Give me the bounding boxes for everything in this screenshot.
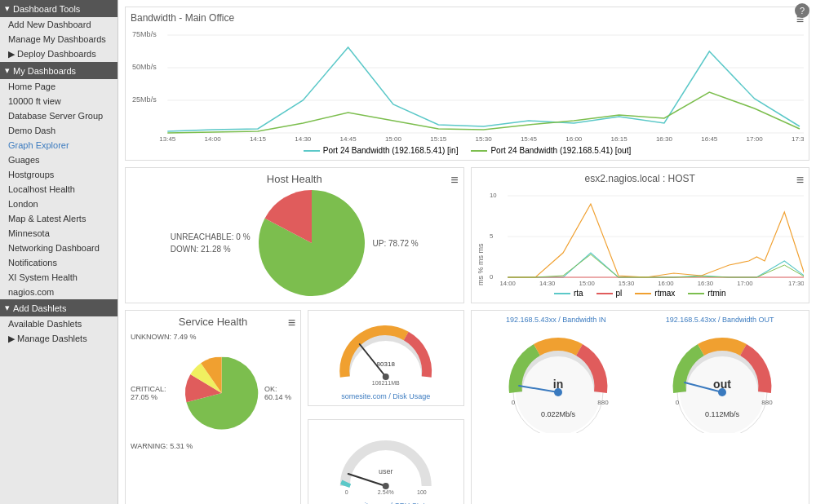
sidebar-item-home-page[interactable]: Home Page: [0, 79, 118, 94]
sidebar-item-10000-ft-view[interactable]: 10000 ft view: [0, 94, 118, 108]
host-health-pie: [259, 190, 365, 296]
sidebar-add-dashlets-header[interactable]: ▾ Add Dashlets: [0, 299, 118, 316]
bottom-row: Service Health ≡ UNKNOWN: 7.49 % CRITICA…: [125, 310, 809, 504]
unreachable-label: UNREACHABLE: 0 %: [171, 232, 251, 241]
svg-text:16:30: 16:30: [697, 280, 713, 285]
svg-text:16:30: 16:30: [656, 135, 673, 141]
svg-text:user: user: [379, 467, 393, 475]
service-pie-row: CRITICAL: 27.05 % OK: 60.14 %: [131, 344, 295, 442]
cpu-gauge-panel: user 0 100 2.54% somesite.com / CPU Stat…: [308, 419, 463, 504]
svg-text:14:15: 14:15: [250, 135, 267, 141]
svg-text:15:00: 15:00: [385, 135, 402, 141]
svg-point-41: [383, 483, 389, 489]
svg-text:14:30: 14:30: [539, 280, 555, 285]
svg-text:13:45: 13:45: [159, 135, 176, 141]
esx-legend: rta pl rtmax rtmin: [477, 289, 805, 298]
svg-text:16:00: 16:00: [565, 135, 583, 141]
host-health-menu[interactable]: ≡: [450, 173, 458, 188]
svg-text:17:00: 17:00: [747, 135, 764, 141]
svg-text:15:15: 15:15: [430, 135, 447, 141]
legend-out-line: [471, 150, 487, 152]
unknown-label: UNKNOWN: 7.49 %: [131, 333, 197, 341]
svg-text:14:00: 14:00: [205, 135, 222, 141]
sidebar-item-networking-dashboard[interactable]: Networking Dashboard: [0, 241, 118, 255]
esx-chart-wrapper: ms % ms ms 10 5 0 1: [477, 188, 805, 285]
service-labels-top: UNKNOWN: 7.49 %: [131, 333, 197, 341]
sidebar-tools-header[interactable]: ▾ Dashboard Tools: [0, 0, 118, 17]
sidebar-item-database-server-group[interactable]: Database Server Group: [0, 108, 118, 123]
legend-rtmin: rtmin: [688, 289, 725, 298]
svg-text:100: 100: [417, 489, 427, 495]
service-health-menu[interactable]: ≡: [288, 316, 295, 330]
sidebar-item-notifications[interactable]: Notifications: [0, 255, 118, 270]
svg-text:16:45: 16:45: [701, 135, 718, 141]
service-health-pie: [172, 356, 270, 429]
sidebar-my-dashboards-items: Home Page10000 ft viewDatabase Server Gr…: [0, 79, 118, 299]
service-health-panel: Service Health ≡ UNKNOWN: 7.49 % CRITICA…: [125, 310, 301, 504]
bandwidth-chart-container: 75Mb/s 50Mb/s 25Mb/s 13:45 14:00 14:15 1…: [131, 27, 804, 143]
small-gauges: 80318 106211MB somesite.com / Disk Usage: [308, 310, 463, 504]
sidebar-item-available-dashlets[interactable]: Available Dashlets: [0, 316, 118, 331]
bottom-left: Service Health ≡ UNKNOWN: 7.49 % CRITICA…: [125, 310, 464, 504]
svg-text:14:30: 14:30: [295, 135, 312, 141]
svg-text:0: 0: [675, 399, 679, 406]
bw-out-gauge: out 0 880 0.112Mb/s: [665, 327, 779, 433]
sidebar-item-deploy-dashboards[interactable]: ▶ Deploy Dashboards: [0, 46, 118, 62]
esx-panel: esx2.nagios.local : HOST ≡ ms % ms ms 10…: [471, 167, 810, 303]
chevron-down-icon: ▾: [5, 3, 10, 14]
service-health-content: UNKNOWN: 7.49 % CRITICAL: 27.05 %: [131, 333, 295, 450]
svg-text:17:00: 17:00: [737, 280, 753, 285]
sidebar-item-add-new-dashboard[interactable]: Add New Dashboard: [0, 17, 118, 32]
svg-text:0.112Mb/s: 0.112Mb/s: [705, 410, 740, 418]
sidebar-item-xi-system-health[interactable]: XI System Health: [0, 270, 118, 285]
host-health-panel: Host Health ≡ UNREACHABLE: 0 % DOWN: 21.…: [125, 167, 464, 303]
cpu-gauge-svg: user 0 100 2.54%: [313, 425, 458, 498]
svg-text:14:45: 14:45: [340, 135, 357, 141]
sidebar-item-hostgroups[interactable]: Hostgroups: [0, 167, 118, 182]
esx-menu[interactable]: ≡: [796, 173, 804, 188]
down-label: DOWN: 21.28 %: [171, 245, 251, 254]
svg-text:14:00: 14:00: [499, 280, 516, 285]
sidebar-item-nagios-com[interactable]: nagios.com: [0, 285, 118, 299]
svg-text:106211MB: 106211MB: [372, 380, 400, 386]
svg-text:0: 0: [489, 273, 493, 281]
bw-gauges-row: in 0 880 0.022Mb/s: [477, 327, 805, 433]
sidebar-item-manage-dashboards[interactable]: Manage My Dashboards: [0, 32, 118, 46]
sidebar-item-london[interactable]: London: [0, 197, 118, 211]
help-icon[interactable]: ?: [795, 3, 809, 18]
sidebar-item-map-latest-alerts[interactable]: Map & Latest Alerts: [0, 211, 118, 226]
svg-text:25Mb/s: 25Mb/s: [132, 95, 157, 104]
bandwidth-panel: Bandwidth - Main Office ≡ 75Mb/s 50Mb/s …: [125, 7, 809, 161]
sidebar-item-minnesota[interactable]: Minnesota: [0, 226, 118, 241]
sidebar-item-localhost-health[interactable]: Localhost Health: [0, 182, 118, 197]
svg-text:50Mb/s: 50Mb/s: [132, 63, 157, 71]
chevron-down-icon: ▾: [5, 65, 10, 76]
disk-gauge-link[interactable]: somesite.com / Disk Usage: [313, 391, 458, 400]
svg-text:16:00: 16:00: [658, 280, 674, 285]
svg-text:15:30: 15:30: [476, 135, 493, 141]
legend-in: Port 24 Bandwidth (192.168.5.41) [in]: [304, 146, 459, 155]
sidebar-item-graph-explorer[interactable]: Graph Explorer: [0, 138, 118, 153]
chevron-down-icon: ▾: [5, 303, 10, 313]
esx-title: esx2.nagios.local : HOST: [477, 173, 805, 184]
svg-text:880: 880: [761, 399, 773, 406]
middle-row: Host Health ≡ UNREACHABLE: 0 % DOWN: 21.…: [125, 167, 809, 310]
svg-text:0: 0: [345, 489, 348, 495]
bw-in-title[interactable]: 192.168.5.43xx / Bandwidth IN: [506, 316, 606, 324]
sidebar-my-dashboards-header[interactable]: ▾ My Dashboards: [0, 62, 118, 79]
sidebar-item-manage-dashlets[interactable]: ▶ Manage Dashlets: [0, 331, 118, 347]
bw-gauge-titles: 192.168.5.43xx / Bandwidth IN 192.168.5.…: [477, 316, 805, 324]
legend-rtmax: rtmax: [635, 289, 675, 298]
esx-chart: 10 5 0 14:00 14:30: [488, 188, 805, 285]
bw-out-gauge-svg: out 0 880 0.112Mb/s: [665, 327, 779, 433]
sidebar-item-guages[interactable]: Guages: [0, 153, 118, 167]
sidebar-item-demo-dash[interactable]: Demo Dash: [0, 123, 118, 138]
bw-out-title[interactable]: 192.168.5.43xx / Bandwidth OUT: [666, 316, 774, 324]
cpu-gauge-link[interactable]: somesite.com / CPU Stats: [313, 500, 458, 504]
critical-label: CRITICAL: 27.05 %: [131, 385, 179, 401]
host-health-content: UNREACHABLE: 0 % DOWN: 21.28 % UP: 78.72…: [131, 190, 459, 296]
svg-text:16:15: 16:15: [611, 135, 628, 141]
disk-gauge-svg: 80318 106211MB: [313, 316, 458, 389]
main-content: Bandwidth - Main Office ≡ 75Mb/s 50Mb/s …: [118, 0, 816, 504]
svg-text:0: 0: [512, 399, 516, 406]
